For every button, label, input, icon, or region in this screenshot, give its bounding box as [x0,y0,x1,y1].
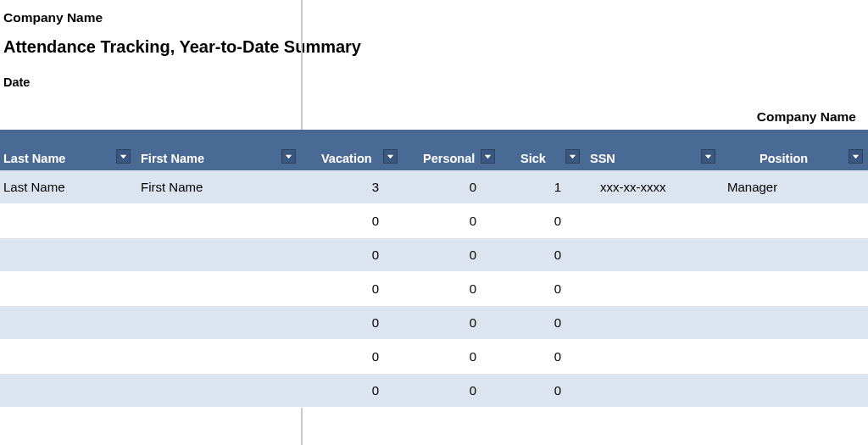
table-body: Last NameFirst Name301xxx-xx-xxxxManager… [0,170,868,408]
cell-sick[interactable]: 0 [500,306,585,339]
col-header-label: SSN [590,152,615,165]
table-row[interactable]: 000 [0,204,868,238]
cell-vacation[interactable]: 0 [301,374,403,407]
cell-vacation[interactable]: 0 [301,238,403,271]
svg-marker-3 [485,155,491,159]
col-header-vacation[interactable]: Vacation [301,130,403,170]
cell-position[interactable] [721,238,868,271]
filter-dropdown-icon[interactable] [281,149,296,164]
filter-dropdown-icon[interactable] [481,149,495,164]
col-header-sick[interactable]: Sick [500,130,585,170]
filter-dropdown-icon[interactable] [701,149,715,164]
cell-sick[interactable]: 0 [500,204,585,237]
cell-last-name[interactable] [0,272,136,305]
svg-marker-1 [286,155,292,159]
cell-first-name[interactable] [136,306,301,339]
cell-first-name[interactable] [136,272,301,305]
cell-personal[interactable]: 0 [403,204,500,237]
cell-position[interactable] [721,340,868,373]
filter-dropdown-icon[interactable] [849,149,863,164]
svg-marker-4 [570,155,576,159]
cell-position[interactable] [721,374,868,407]
filter-dropdown-icon[interactable] [565,149,580,164]
cell-last-name[interactable] [0,340,136,373]
cell-position[interactable]: Manager [721,170,868,203]
cell-ssn[interactable] [585,374,721,407]
filter-dropdown-icon[interactable] [383,149,398,164]
cell-personal[interactable]: 0 [403,170,500,203]
filter-dropdown-icon[interactable] [116,149,131,164]
col-header-position[interactable]: Position [721,130,868,170]
cell-personal[interactable]: 0 [403,340,500,373]
cell-first-name[interactable] [136,374,301,407]
cell-ssn[interactable] [585,340,721,373]
cell-first-name[interactable] [136,204,301,237]
col-header-label: Sick [520,152,546,165]
col-header-ssn[interactable]: SSN [585,130,721,170]
cell-personal[interactable]: 0 [403,238,500,271]
cell-vacation[interactable]: 3 [301,170,403,203]
table-row[interactable]: 000 [0,238,868,272]
cell-personal[interactable]: 0 [403,306,500,339]
cell-personal[interactable]: 0 [403,272,500,305]
cell-ssn[interactable] [585,272,721,305]
col-header-last-name[interactable]: Last Name [0,130,136,170]
svg-marker-6 [853,155,859,159]
svg-marker-0 [120,155,126,159]
cell-last-name[interactable]: Last Name [0,170,136,203]
company-name-right: Company Name [757,109,856,125]
cell-last-name[interactable] [0,204,136,237]
company-name-right-wrap: Company Name [3,106,863,130]
table-row[interactable]: 000 [0,340,868,374]
sheet-header-area: Company Name Attendance Tracking, Year-t… [0,0,868,130]
cell-last-name[interactable] [0,374,136,407]
cell-sick[interactable]: 1 [500,170,585,203]
table-row[interactable]: Last NameFirst Name301xxx-xx-xxxxManager [0,170,868,204]
cell-position[interactable] [721,204,868,237]
cell-ssn[interactable] [585,204,721,237]
spreadsheet-sheet: Company Name Attendance Tracking, Year-t… [0,0,868,445]
company-name-top: Company Name [3,8,863,37]
table-row[interactable]: 000 [0,306,868,340]
cell-last-name[interactable] [0,238,136,271]
cell-position[interactable] [721,306,868,339]
col-header-first-name[interactable]: First Name [136,130,301,170]
cell-ssn[interactable] [585,238,721,271]
table-header-row: Last Name First Name Vacation Personal S… [0,130,868,170]
page-title: Attendance Tracking, Year-to-Date Summar… [3,37,863,75]
cell-ssn[interactable]: xxx-xx-xxxx [585,170,721,203]
cell-vacation[interactable]: 0 [301,204,403,237]
svg-marker-2 [387,155,393,159]
cell-first-name[interactable] [136,340,301,373]
cell-sick[interactable]: 0 [500,272,585,305]
cell-sick[interactable]: 0 [500,374,585,407]
cell-ssn[interactable] [585,306,721,339]
col-header-label: Position [760,152,808,165]
cell-personal[interactable]: 0 [403,374,500,407]
cell-sick[interactable]: 0 [500,340,585,373]
col-header-label: Vacation [321,152,372,165]
cell-last-name[interactable] [0,306,136,339]
table-row[interactable]: 000 [0,374,868,408]
cell-vacation[interactable]: 0 [301,306,403,339]
cell-vacation[interactable]: 0 [301,272,403,305]
svg-marker-5 [705,155,711,159]
table-row[interactable]: 000 [0,272,868,306]
cell-position[interactable] [721,272,868,305]
col-header-label: Last Name [3,152,65,165]
cell-first-name[interactable] [136,238,301,271]
cell-sick[interactable]: 0 [500,238,585,271]
col-header-personal[interactable]: Personal [403,130,500,170]
cell-first-name[interactable]: First Name [136,170,301,203]
col-header-label: First Name [141,152,204,165]
cell-vacation[interactable]: 0 [301,340,403,373]
date-label: Date [3,75,863,106]
col-header-label: Personal [423,152,475,165]
